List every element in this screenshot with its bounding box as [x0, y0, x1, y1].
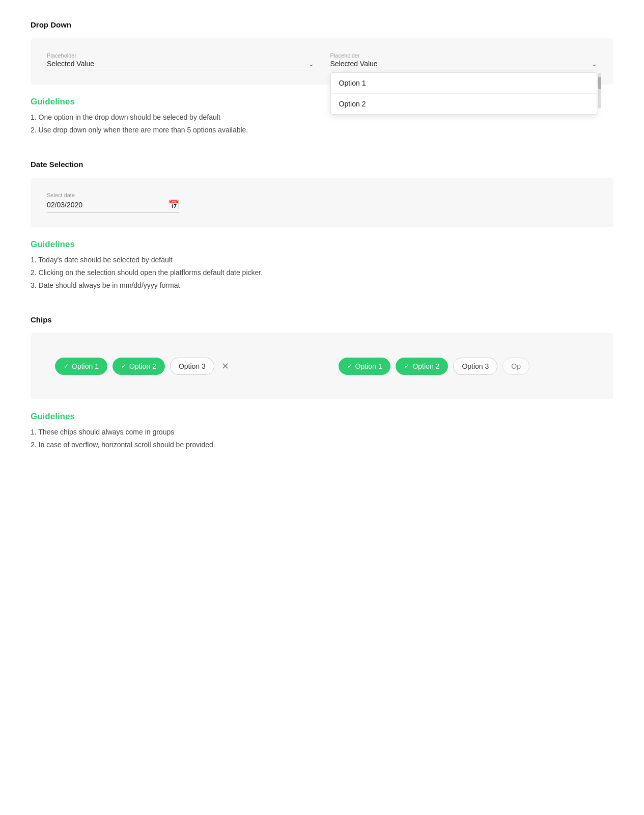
dropdown-section: Drop Down Placeholder Selected Value ⌄ P…	[31, 20, 613, 85]
date-field: Select date 02/03/2020 📅	[47, 192, 597, 213]
chips-right-box: ✓ Option 1 ✓ Option 2 Option 3 Op	[330, 347, 598, 385]
chip-right-option3[interactable]: Option 3	[453, 358, 497, 375]
chip-left-option2[interactable]: ✓ Option 2	[113, 358, 165, 375]
chips-left-box: ✓ Option 1 ✓ Option 2 Option 3 ✕	[47, 347, 314, 385]
date-guideline-3: 3. Date should always be in mm/dd/yyyy f…	[31, 280, 613, 291]
check-icon: ✓	[64, 363, 69, 370]
check-icon: ✓	[121, 363, 126, 370]
chips-guidelines-section: Guidelines 1. These chips should always …	[31, 412, 613, 450]
delete-icon[interactable]: ✕	[219, 359, 231, 374]
date-selection-section: Date Selection Select date 02/03/2020 📅	[31, 160, 613, 227]
date-guideline-1: 1. Today's date should be selected by de…	[31, 255, 613, 265]
chip-right-option1[interactable]: ✓ Option 1	[339, 358, 391, 375]
dropdown-right[interactable]: Placeholder Selected Value ⌄ Option 1 Op…	[330, 52, 598, 70]
chips-section: Chips ✓ Option 1 ✓ Option 2 Option 3 ✕	[31, 315, 613, 399]
date-guidelines-list: 1. Today's date should be selected by de…	[31, 255, 613, 291]
dropdown-row: Placeholder Selected Value ⌄ Placeholder…	[47, 52, 597, 70]
chips-guideline-2: 2. In case of overflow, horizontal scrol…	[31, 440, 613, 450]
dropdown-menu: Option 1 Option 2	[330, 72, 598, 115]
date-selection-title: Date Selection	[31, 160, 613, 169]
date-value: 02/03/2020	[47, 201, 82, 209]
dropdown-option-1[interactable]: Option 1	[331, 73, 597, 94]
chip-right-option4-label: Op	[511, 362, 521, 370]
chip-left-option1[interactable]: ✓ Option 1	[55, 358, 107, 375]
dropdown-right-selected[interactable]: Selected Value ⌄	[330, 60, 598, 70]
date-guidelines-section: Guidelines 1. Today's date should be sel…	[31, 239, 613, 291]
dropdown-card: Placeholder Selected Value ⌄ Placeholder…	[31, 38, 613, 85]
date-guideline-2: 2. Clicking on the selection should open…	[31, 267, 613, 278]
chevron-down-icon: ⌄	[309, 60, 314, 68]
dropdown-option-2[interactable]: Option 2	[331, 94, 597, 114]
chips-title: Chips	[31, 315, 613, 324]
date-label: Select date	[47, 192, 597, 198]
chip-right-option2-label: Option 2	[412, 362, 439, 370]
chips-card: ✓ Option 1 ✓ Option 2 Option 3 ✕ ✓ Optio…	[31, 333, 613, 399]
dropdown-left[interactable]: Placeholder Selected Value ⌄	[47, 52, 314, 70]
date-guidelines-title: Guidelines	[31, 239, 613, 250]
chips-row: ✓ Option 1 ✓ Option 2 Option 3 ✕ ✓ Optio…	[47, 347, 597, 385]
chip-left-option3[interactable]: Option 3	[170, 358, 214, 375]
dropdown-left-selected[interactable]: Selected Value ⌄	[47, 60, 314, 70]
chips-guidelines-title: Guidelines	[31, 412, 613, 422]
dropdown-guidelines-list: 1. One option in the drop down should be…	[31, 112, 613, 135]
dropdown-right-value: Selected Value	[330, 60, 378, 68]
chip-right-option4[interactable]: Op	[502, 358, 529, 375]
date-selection-card: Select date 02/03/2020 📅	[31, 178, 613, 227]
chip-left-option1-label: Option 1	[72, 362, 99, 370]
calendar-icon[interactable]: 📅	[168, 199, 179, 210]
chip-right-option1-label: Option 1	[355, 362, 382, 370]
scrollbar-track	[598, 73, 601, 108]
dropdown-title: Drop Down	[31, 20, 613, 29]
chip-left-option3-label: Option 3	[179, 362, 206, 370]
chips-guidelines-list: 1. These chips should always come in gro…	[31, 427, 613, 450]
check-icon: ✓	[347, 363, 352, 370]
chip-left-option2-label: Option 2	[129, 362, 156, 370]
chip-right-option3-label: Option 3	[462, 362, 489, 370]
dropdown-guideline-2: 2. Use drop down only when there are mor…	[31, 125, 613, 135]
dropdown-left-value: Selected Value	[47, 60, 94, 68]
dropdown-left-label: Placeholder	[47, 52, 314, 59]
dropdown-right-label: Placeholder	[330, 52, 598, 59]
chips-guideline-1: 1. These chips should always come in gro…	[31, 427, 613, 438]
chevron-down-icon: ⌄	[592, 60, 597, 68]
check-icon: ✓	[404, 363, 409, 370]
date-value-row[interactable]: 02/03/2020 📅	[47, 199, 179, 213]
chip-right-option2[interactable]: ✓ Option 2	[396, 358, 448, 375]
scrollbar-thumb[interactable]	[598, 77, 601, 89]
